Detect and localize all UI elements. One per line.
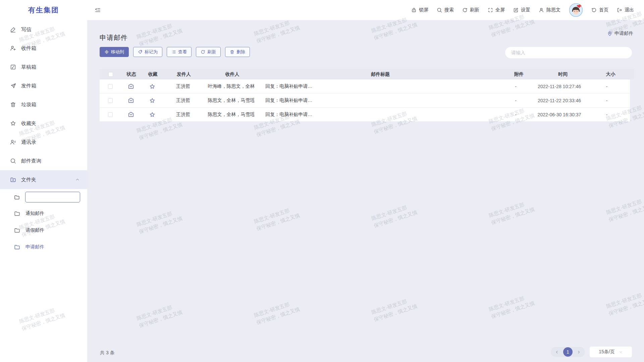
row-checkbox[interactable] <box>108 84 113 89</box>
sidebar-item-发件箱[interactable]: 发件箱 <box>0 76 87 95</box>
topbar-nav-首页[interactable]: 首页 <box>591 7 608 13</box>
header-cell-附件: 附件 <box>499 69 538 79</box>
prev-page-icon[interactable] <box>555 350 559 354</box>
topbar-action-刷新[interactable]: 刷新 <box>462 7 479 13</box>
toolbar-button-标记为[interactable]: 标记为 <box>133 47 162 57</box>
breadcrumb[interactable]: 申请邮件 <box>607 31 633 37</box>
sidebar-item-垃圾箱[interactable]: 垃圾箱 <box>0 95 87 114</box>
folder-item-label: 通知邮件 <box>25 210 44 217</box>
recipients-cell: 陈思文，全林，马雪瑶 <box>203 108 260 121</box>
header-cell-收件人: 收件人 <box>203 69 261 79</box>
icon-cell <box>121 94 141 107</box>
toolbar-button-删除[interactable]: 删除 <box>225 47 250 57</box>
chevron-up-icon[interactable] <box>75 177 80 182</box>
sidebar-item-邮件查询[interactable]: 邮件查询 <box>0 152 87 170</box>
page-size-select[interactable]: 15条/页 <box>590 347 632 357</box>
folder-item-label: 请假邮件 <box>25 227 44 233</box>
move-icon <box>104 50 109 54</box>
sidebar-nav: 写信收件箱草稿箱发件箱垃圾箱收藏夹通讯录邮件查询文件夹通知邮件请假邮件申请邮件 <box>0 20 87 255</box>
icon-cell <box>121 108 141 121</box>
sidebar-item-草稿箱[interactable]: 草稿箱 <box>0 58 87 76</box>
star-icon[interactable] <box>149 98 155 104</box>
topbar-action-锁屏[interactable]: 锁屏 <box>411 7 428 13</box>
header-label: 收件人 <box>225 71 239 77</box>
mail-app: { "brand": { "name": "有生集团" }, "topbar":… <box>0 0 644 362</box>
sidebar: 有生集团 写信收件箱草稿箱发件箱垃圾箱收藏夹通讯录邮件查询文件夹通知邮件请假邮件… <box>0 0 87 362</box>
toolbar-button-查看[interactable]: 查看 <box>167 47 192 57</box>
toolbar-button-label: 刷新 <box>207 49 216 55</box>
sidebar-item-文件夹[interactable]: 文件夹 <box>0 170 87 189</box>
location-pin-icon <box>607 31 612 36</box>
sidebar-item-收件箱[interactable]: 收件箱 <box>0 39 87 58</box>
topbar-action-设置[interactable]: 设置 <box>513 7 530 13</box>
table-row[interactable]: 王洪哲陈思文，全林，马雪瑶回复：电脑补贴申请…-2022-11-22 20:33… <box>100 94 630 108</box>
icon-cell <box>100 108 121 121</box>
topbar-action-全屏[interactable]: 全屏 <box>488 7 505 13</box>
collapse-sidebar-icon[interactable] <box>95 7 101 13</box>
star-icon[interactable] <box>149 112 155 118</box>
sidebar-item-收藏夹[interactable]: 收藏夹 <box>0 114 87 133</box>
topbar-action-搜索[interactable]: 搜索 <box>437 7 454 13</box>
page-size-value: 15条/页 <box>599 349 614 355</box>
mail-open-icon <box>128 97 134 104</box>
icon-cell <box>141 79 164 93</box>
logout-icon <box>617 7 622 13</box>
header-cell-收藏: 收藏 <box>141 69 164 79</box>
topbar-action-label: 陈思文 <box>546 7 560 13</box>
topbar-action-label: 设置 <box>521 7 530 13</box>
folder-item-通知邮件[interactable]: 通知邮件 <box>0 205 87 222</box>
chevron-down-icon <box>619 350 623 354</box>
folder-item-请假邮件[interactable]: 请假邮件 <box>0 222 87 239</box>
new-folder-input[interactable] <box>25 192 80 202</box>
folder-item-label: 申请邮件 <box>25 244 44 250</box>
size-cell: - <box>584 79 630 93</box>
subject-cell: 回复：电脑补贴申请… <box>260 94 496 107</box>
current-page[interactable]: 1 <box>563 347 573 357</box>
star-icon[interactable] <box>149 83 155 89</box>
table-row[interactable]: 王洪哲陈思文，全林，马雪瑶回复：电脑补贴申请…-2022-06-30 16:30… <box>100 108 630 122</box>
pagination: 1 15条/页 <box>551 347 632 357</box>
sidebar-item-label: 收藏夹 <box>21 120 36 127</box>
view-list-icon <box>171 50 176 54</box>
header-label: 大小 <box>606 71 615 77</box>
select-all-checkbox[interactable] <box>108 72 113 77</box>
table-header-row: 状态收藏发件人收件人邮件标题附件时间大小 <box>100 69 634 79</box>
topbar-actions: 锁屏搜索刷新全屏设置陈思文首页退出 <box>411 3 644 17</box>
next-page-icon[interactable] <box>577 350 581 354</box>
favorites-icon <box>10 120 16 126</box>
compose-icon <box>10 26 16 33</box>
lock-icon <box>411 7 417 13</box>
search-input[interactable] <box>505 47 632 58</box>
avatar[interactable] <box>569 3 583 17</box>
delete-icon <box>230 50 234 54</box>
sidebar-item-通讯录[interactable]: 通讯录 <box>0 133 87 152</box>
toolbar-button-刷新[interactable]: 刷新 <box>196 47 221 57</box>
move-to-button[interactable]: 移动到 <box>100 47 129 57</box>
attachment-cell: - <box>496 79 535 93</box>
toolbar-button-label: 标记为 <box>145 49 158 55</box>
table-row[interactable]: 王洪哲叶海峰，陈思文，全林回复：电脑补贴申请…-2022-11-28 10:27… <box>100 79 630 94</box>
icon-cell <box>100 94 121 107</box>
topbar-nav-退出[interactable]: 退出 <box>617 7 634 13</box>
header-cell-发件人: 发件人 <box>164 69 203 79</box>
attachment-cell: - <box>496 108 535 121</box>
folder-item-申请邮件[interactable]: 申请邮件 <box>0 239 87 255</box>
row-checkbox[interactable] <box>108 112 113 117</box>
topbar: 锁屏搜索刷新全屏设置陈思文首页退出 <box>87 0 644 20</box>
main-content: 申请邮件 申请邮件 移动到标记为查看刷新删除 状态收藏发件人收件人邮件标题附件时… <box>87 20 644 362</box>
topbar-nav-label: 退出 <box>625 7 634 13</box>
inbox-icon <box>10 45 16 51</box>
sender-cell: 王洪哲 <box>164 79 203 93</box>
topbar-action-陈思文[interactable]: 陈思文 <box>539 7 560 13</box>
sidebar-item-label: 邮件查询 <box>21 158 41 164</box>
sidebar-item-label: 通讯录 <box>21 139 36 145</box>
header-cell-checkbox <box>100 69 121 79</box>
refresh-icon <box>201 50 205 54</box>
settings-icon <box>513 7 519 13</box>
sidebar-item-写信[interactable]: 写信 <box>0 20 87 39</box>
sidebar-item-label: 草稿箱 <box>21 64 36 70</box>
time-cell: 2022-11-28 10:27:46 <box>535 79 584 93</box>
row-checkbox[interactable] <box>108 98 113 103</box>
home-back-icon <box>591 7 597 13</box>
icon-cell <box>141 94 164 107</box>
